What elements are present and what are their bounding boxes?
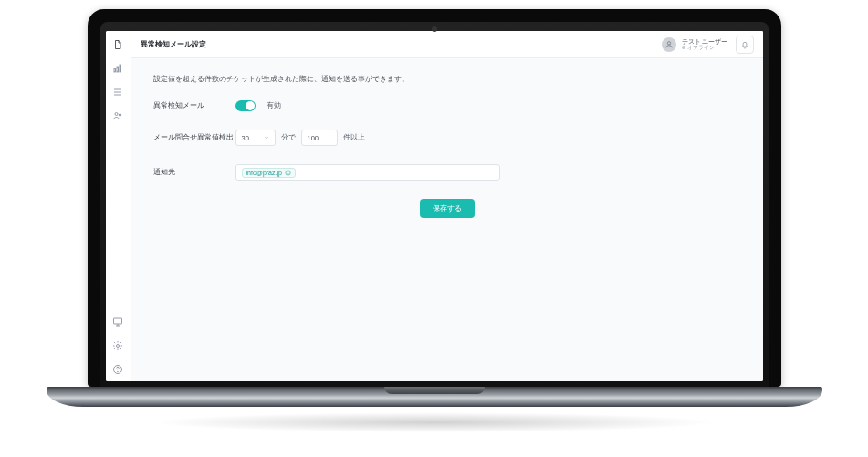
- user-block[interactable]: テスト ユーザー オフライン: [662, 37, 728, 52]
- threshold-label: メール問合せ異常値検出: [153, 133, 235, 142]
- topbar: 異常検知メール設定 テスト ユーザー オフライン: [131, 31, 763, 58]
- count-value: 100: [308, 134, 319, 142]
- content-area: 設定値を超える件数のチケットが生成された際に、通知を送る事ができます。 異常検知…: [131, 58, 763, 381]
- save-button[interactable]: 保存する: [420, 199, 475, 218]
- enable-state-text: 有効: [267, 101, 281, 110]
- laptop-shadow: [152, 412, 717, 432]
- screen: 異常検知メール設定 テスト ユーザー オフライン: [100, 22, 769, 387]
- interval-value: 30: [242, 134, 249, 142]
- help-icon: [112, 364, 123, 375]
- list-icon: [112, 87, 123, 98]
- camera-dot: [432, 26, 437, 32]
- recipient-tag: info@praz.jp: [242, 168, 296, 178]
- bell-icon: [740, 40, 749, 49]
- sidebar-nav-help[interactable]: [111, 363, 124, 376]
- sidebar-nav-3[interactable]: [111, 86, 124, 99]
- recipient-email: info@praz.jp: [246, 170, 282, 176]
- monitor-icon: [112, 317, 123, 327]
- laptop-notch: [384, 387, 485, 394]
- document-icon: [112, 39, 123, 50]
- avatar: [662, 37, 676, 52]
- svg-point-13: [118, 371, 119, 372]
- recipients-label: 通知先: [153, 168, 235, 177]
- sidebar-nav-2[interactable]: [111, 62, 124, 75]
- page-title: 異常検知メール設定: [141, 39, 206, 49]
- user-name: テスト ユーザー: [682, 38, 728, 45]
- main-panel: 異常検知メール設定 テスト ユーザー オフライン: [131, 31, 763, 381]
- user-meta: テスト ユーザー オフライン: [682, 38, 728, 50]
- save-row: 保存する: [153, 199, 741, 218]
- chevron-down-icon: [264, 135, 269, 140]
- count-input[interactable]: 100: [301, 130, 338, 146]
- sidebar-nav-4[interactable]: [111, 109, 124, 122]
- svg-point-14: [667, 41, 670, 44]
- svg-rect-2: [120, 65, 121, 72]
- lead-text: 設定値を超える件数のチケットが生成された際に、通知を送る事ができます。: [153, 75, 741, 84]
- laptop-base: [47, 387, 822, 407]
- svg-rect-0: [114, 68, 116, 72]
- enable-toggle[interactable]: [235, 100, 256, 111]
- threshold-unit: 分で: [281, 133, 296, 142]
- sidebar: [106, 31, 131, 381]
- toggle-knob: [246, 101, 255, 110]
- status-dot-icon: [682, 46, 685, 49]
- svg-point-6: [115, 113, 118, 116]
- svg-point-7: [119, 114, 121, 117]
- person-icon: [664, 40, 674, 49]
- row-threshold: メール問合せ異常値検出 30 分で 100 件以上: [153, 130, 741, 146]
- sidebar-nav-settings[interactable]: [111, 339, 124, 352]
- user-status-text: オフライン: [687, 45, 715, 50]
- user-status: オフライン: [682, 45, 728, 50]
- laptop-frame: 異常検知メール設定 テスト ユーザー オフライン: [88, 9, 781, 432]
- svg-point-11: [117, 345, 120, 348]
- users-icon: [112, 110, 123, 121]
- svg-rect-1: [117, 67, 119, 72]
- interval-select[interactable]: 30: [235, 130, 276, 146]
- row-recipients: 通知先 info@praz.jp: [153, 164, 741, 181]
- sidebar-nav-1[interactable]: [111, 38, 124, 51]
- app-viewport: 異常検知メール設定 テスト ユーザー オフライン: [106, 31, 763, 381]
- remove-tag-icon[interactable]: [285, 170, 291, 176]
- threshold-suffix: 件以上: [343, 133, 365, 142]
- screen-bezel: 異常検知メール設定 テスト ユーザー オフライン: [88, 9, 781, 387]
- sidebar-nav-monitor[interactable]: [111, 316, 124, 328]
- svg-rect-8: [114, 318, 122, 324]
- gear-icon: [112, 340, 123, 351]
- chart-icon: [112, 63, 123, 74]
- row-enable: 異常検知メール 有効: [153, 100, 741, 111]
- recipients-input[interactable]: info@praz.jp: [235, 164, 500, 181]
- notifications-button[interactable]: [736, 36, 754, 54]
- enable-label: 異常検知メール: [153, 101, 235, 110]
